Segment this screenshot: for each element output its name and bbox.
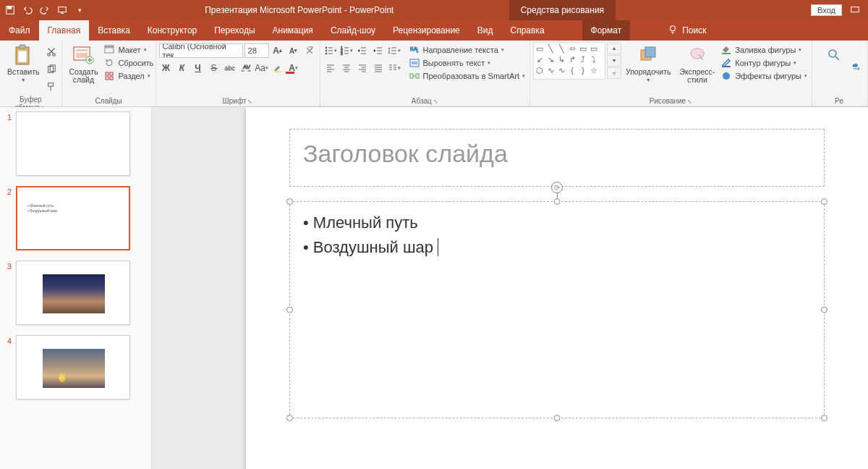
tab-format[interactable]: Формат (582, 20, 631, 41)
content-placeholder[interactable]: ⟳ • Млечный путь • Воздушный шар (289, 201, 825, 418)
slideshow-start-icon[interactable] (56, 4, 68, 16)
tab-design[interactable]: Конструктор (139, 20, 205, 41)
grow-font-icon[interactable]: A▴ (271, 43, 285, 58)
align-text-button[interactable]: Выровнять текст▾ (407, 56, 527, 69)
spacing-icon[interactable]: AV (239, 61, 253, 75)
align-center-icon[interactable] (339, 61, 354, 75)
replace-icon[interactable]: ab (850, 59, 864, 74)
shape-outline-button[interactable]: Контур фигуры▾ (719, 56, 809, 69)
tab-slideshow[interactable]: Слайд-шоу (322, 20, 384, 41)
undo-icon[interactable] (22, 4, 33, 16)
slide-canvas[interactable]: Заголовок слайда ⟳ • Млечный путь • Возд… (152, 107, 868, 469)
thumb-number: 2 (4, 186, 12, 196)
italic-button[interactable]: К (175, 61, 190, 75)
titlebar: ▾ Презентация Microsoft PowerPoint - Pow… (0, 0, 868, 20)
svg-rect-12 (48, 83, 53, 86)
align-text-icon (409, 57, 420, 69)
layout-button[interactable]: Макет▾ (102, 43, 155, 56)
gallery-down-icon[interactable]: ▾ (607, 55, 621, 67)
clear-format-icon[interactable] (302, 43, 317, 58)
title-placeholder[interactable]: Заголовок слайда (289, 129, 825, 187)
tab-help[interactable]: Справка (501, 20, 553, 41)
increase-indent-icon[interactable] (371, 43, 386, 58)
tab-review[interactable]: Рецензирование (384, 20, 469, 41)
section-button[interactable]: Раздел▾ (102, 69, 155, 83)
shapes-gallery[interactable]: ▭╲╲⬄▭▭ ↙↘↳↱⤴⤵ ⬡∿∿{}☆ (533, 42, 605, 80)
svg-point-4 (671, 25, 676, 30)
resize-handle[interactable] (286, 198, 293, 205)
rotate-handle-icon[interactable]: ⟳ (551, 182, 563, 193)
text-direction-icon: ІІА (409, 44, 420, 56)
convert-smartart-button[interactable]: Преобразовать в SmartArt▾ (407, 69, 527, 83)
highlight-icon[interactable] (271, 61, 285, 75)
shape-fill-button[interactable]: Заливка фигуры▾ (719, 43, 809, 56)
paste-button[interactable]: Вставить ▼ (3, 42, 44, 84)
svg-point-9 (52, 54, 55, 56)
font-color-icon[interactable]: A▾ (286, 61, 301, 75)
save-icon[interactable] (4, 4, 16, 16)
reset-button[interactable]: Сбросить (102, 56, 155, 69)
new-slide-icon (72, 43, 95, 67)
text-direction-button[interactable]: ІІАНаправление текста▾ (407, 43, 527, 56)
justify-icon[interactable] (371, 61, 386, 75)
copy-icon[interactable] (44, 62, 59, 77)
shadow-button[interactable]: abc (223, 61, 237, 75)
tab-transitions[interactable]: Переходы (205, 20, 263, 41)
tab-file[interactable]: Файл (0, 20, 39, 41)
line-spacing-icon[interactable]: ▾ (387, 43, 401, 58)
gallery-more-icon[interactable]: ▿ (607, 67, 621, 79)
svg-rect-3 (851, 7, 859, 12)
editing-find-icon[interactable] (818, 42, 850, 68)
tab-animations[interactable]: Анимация (264, 20, 322, 41)
resize-handle[interactable] (821, 307, 827, 313)
tab-view[interactable]: Вид (469, 20, 502, 41)
font-name-combo[interactable]: Calibri (Основной тек (159, 43, 243, 58)
slide-panel[interactable]: 1 2• Млечный путь• Воздушный шар 3 4 (0, 107, 152, 469)
format-painter-icon[interactable] (44, 80, 59, 94)
arrange-button[interactable]: Упорядочить▼ (621, 42, 675, 84)
underline-button[interactable]: Ч (191, 61, 205, 75)
resize-handle[interactable] (286, 415, 293, 421)
ribbon-display-icon[interactable] (849, 4, 861, 16)
tab-insert[interactable]: Вставка (89, 20, 139, 41)
slide-thumbnail-3[interactable] (16, 261, 130, 325)
redo-icon[interactable] (39, 4, 51, 16)
strike-button[interactable]: S (207, 61, 221, 75)
numbering-icon[interactable]: 123▾ (339, 43, 354, 58)
group-editing-label: Ре (815, 96, 864, 106)
shrink-font-icon[interactable]: A▾ (286, 43, 301, 58)
cut-icon[interactable] (44, 45, 59, 59)
tab-home[interactable]: Главная (39, 20, 90, 41)
resize-handle[interactable] (554, 415, 561, 421)
resize-handle[interactable] (821, 415, 827, 421)
align-right-icon[interactable] (355, 61, 370, 75)
resize-handle[interactable] (554, 198, 561, 205)
signin-button[interactable]: Вход (811, 4, 842, 16)
qat-customize-icon[interactable]: ▾ (74, 4, 85, 16)
resize-handle[interactable] (286, 307, 293, 313)
resize-handle[interactable] (821, 198, 827, 205)
gallery-up-icon[interactable]: ▴ (607, 43, 621, 54)
bullets-icon[interactable]: ▾ (323, 43, 338, 58)
decrease-indent-icon[interactable] (355, 43, 370, 58)
ribbon: Вставить ▼ Буфер обмена⤡ Создать слайд М… (0, 41, 868, 107)
ribbon-tabs: Файл Главная Вставка Конструктор Переход… (0, 20, 868, 41)
slide-thumbnail-2[interactable]: • Млечный путь• Воздушный шар (16, 186, 130, 250)
tell-me-search[interactable]: Поиск (659, 20, 715, 41)
quick-styles-icon (686, 43, 709, 67)
svg-point-25 (326, 47, 327, 48)
shape-effects-button[interactable]: Эффекты фигуры▾ (719, 69, 809, 83)
svg-rect-21 (106, 77, 109, 80)
quick-styles-button[interactable]: Экспресс- стили (675, 42, 719, 85)
slide-thumbnail-4[interactable] (16, 335, 130, 400)
align-left-icon[interactable] (323, 61, 338, 75)
new-slide-button[interactable]: Создать слайд (65, 42, 103, 85)
font-size-combo[interactable]: 28 (244, 43, 269, 58)
change-case-button[interactable]: Aa▾ (255, 61, 269, 75)
bold-button[interactable]: Ж (159, 61, 174, 75)
svg-rect-24 (274, 71, 281, 72)
svg-rect-22 (110, 77, 113, 80)
slide-thumbnail-1[interactable] (16, 111, 130, 176)
title-text: Заголовок слайда (303, 140, 811, 168)
columns-icon[interactable]: ▾ (387, 61, 401, 75)
